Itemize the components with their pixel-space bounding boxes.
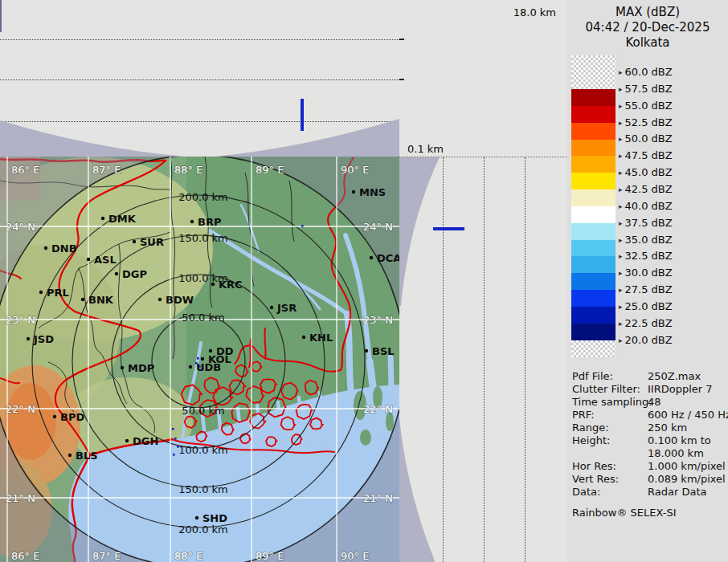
legend-panel: MAX (dBZ) 04:42 / 20-Dec-2025 Kolkata ▸6… (567, 0, 728, 562)
metadata-row: PRF:600 Hz / 450 Hz (572, 409, 726, 422)
radar-map[interactable]: 86° E86° E87° E87° E88° E88° E89° E89° E… (0, 157, 399, 562)
scan-metadata: Pdf File:250Z.maxClutter Filter:IIRDoppl… (572, 370, 726, 519)
svg-text:22° N: 22° N (363, 403, 393, 415)
svg-text:BLS: BLS (76, 450, 98, 462)
metadata-label: PRF: (572, 409, 648, 422)
svg-text:BDW: BDW (166, 294, 194, 306)
legend-tick-label: ▸60.0 dBZ (619, 66, 673, 79)
metadata-value: Radar Data (648, 486, 726, 499)
radar-app-window: 18.0 km 0.1 km (0, 0, 728, 562)
svg-text:ASL: ASL (94, 254, 117, 266)
svg-text:86° E: 86° E (11, 164, 39, 176)
svg-text:DMK: DMK (108, 213, 137, 225)
svg-text:JSD: JSD (33, 333, 54, 345)
metadata-row: Clutter Filter:IIRDoppler 7 (572, 383, 726, 396)
metadata-value: 0.089 km/pixel (648, 473, 726, 486)
metadata-value: 250Z.max (648, 370, 726, 383)
legend-tick-label: ▸52.5 dBZ (619, 116, 673, 129)
coverage-limit-arcs (399, 157, 567, 562)
svg-text:24° N: 24° N (6, 221, 35, 233)
svg-text:88° E: 88° E (174, 550, 202, 562)
svg-text:100.0 km: 100.0 km (178, 444, 228, 456)
height-axis-max-label: 18.0 km (513, 6, 556, 18)
software-brand: Rainbow® SELEX-SI (572, 507, 726, 519)
coverage-limit-arcs (0, 0, 399, 157)
svg-text:JSR: JSR (276, 302, 297, 314)
echo-column-mark (301, 99, 304, 131)
product-name: MAX (dBZ) (567, 5, 728, 20)
legend-band (571, 340, 616, 357)
svg-text:86° E: 86° E (11, 550, 39, 562)
legend-tick-label: ▸20.0 dBZ (619, 334, 673, 347)
edge-echo-trace (0, 0, 2, 32)
height-axis-min-label: 0.1 km (407, 143, 444, 155)
legend-tick-label: ▸42.5 dBZ (619, 183, 673, 196)
legend-band (571, 55, 616, 89)
svg-text:200.0 km: 200.0 km (178, 191, 228, 203)
top-cross-section-panel (0, 0, 399, 157)
svg-text:150.0 km: 150.0 km (178, 483, 228, 495)
axis-tick (399, 79, 404, 80)
svg-text:KHL: KHL (309, 332, 333, 344)
metadata-value: 1.000 km/pixel (648, 460, 726, 473)
svg-text:MDP: MDP (128, 362, 154, 374)
legend-band (571, 173, 616, 189)
metadata-label: Clutter Filter: (572, 383, 648, 396)
svg-text:KRC: KRC (219, 279, 243, 291)
svg-text:90° E: 90° E (341, 550, 369, 562)
legend-band (571, 106, 616, 123)
metadata-value: 48 (648, 396, 726, 409)
svg-text:22° N: 22° N (6, 403, 35, 415)
svg-text:23° N: 23° N (6, 314, 35, 326)
svg-text:BRP: BRP (198, 216, 221, 228)
metadata-row: Hor Res:1.000 km/pixel (572, 460, 726, 473)
legend-band (571, 290, 616, 307)
legend-tick-label: ▸25.0 dBZ (619, 300, 673, 313)
legend-tick-labels: ▸60.0 dBZ▸57.5 dBZ▸55.0 dBZ▸52.5 dBZ▸50.… (619, 55, 723, 360)
map-canvas: 86° E86° E87° E87° E88° E88° E89° E89° E… (0, 157, 399, 562)
legend-tick-label: ▸47.5 dBZ (619, 149, 673, 162)
svg-text:23° N: 23° N (363, 314, 393, 326)
metadata-label: Range: (572, 422, 648, 434)
metadata-label: Time sampling: (572, 396, 648, 409)
svg-text:200.0 km: 200.0 km (178, 523, 228, 536)
height-axis-corner: 18.0 km 0.1 km (399, 0, 567, 157)
svg-text:90° E: 90° E (341, 164, 369, 176)
metadata-label: Data: (572, 486, 648, 499)
metadata-row: Time sampling:48 (572, 396, 726, 409)
legend-tick-label: ▸27.5 dBZ (619, 283, 673, 296)
svg-text:24° N: 24° N (363, 221, 393, 233)
legend-tick-label: ▸40.0 dBZ (619, 200, 673, 213)
legend-band (571, 324, 616, 340)
svg-text:DGH: DGH (133, 435, 158, 447)
svg-text:BPD: BPD (60, 411, 84, 423)
legend-tick-label: ▸55.0 dBZ (619, 100, 673, 112)
legend-band (571, 256, 616, 273)
legend-band (571, 189, 616, 206)
svg-text:MNS: MNS (359, 186, 386, 198)
svg-text:DNB: DNB (51, 242, 77, 255)
svg-text:21° N: 21° N (6, 492, 35, 504)
svg-text:87° E: 87° E (92, 164, 121, 176)
metadata-row: Pdf File:250Z.max (572, 370, 726, 383)
legend-band (571, 140, 616, 157)
legend-band (571, 240, 616, 257)
metadata-label: Vert Res: (572, 473, 648, 486)
legend-band (571, 156, 616, 173)
legend-band (571, 273, 616, 290)
echo-row-mark (433, 227, 464, 230)
svg-text:89° E: 89° E (256, 164, 284, 176)
metadata-row: Range:250 km (572, 422, 726, 434)
legend-band (571, 123, 616, 140)
svg-text:BNK: BNK (88, 294, 114, 306)
legend-tick-label: ▸30.0 dBZ (619, 267, 673, 279)
metadata-row: Vert Res:0.089 km/pixel (572, 473, 726, 486)
metadata-label: Height: (572, 434, 648, 460)
legend-tick-label: ▸57.5 dBZ (619, 83, 673, 96)
legend-tick-label: ▸50.0 dBZ (619, 132, 673, 145)
svg-text:89° E: 89° E (256, 550, 284, 562)
right-cross-section-panel (399, 157, 567, 562)
legend-band (571, 89, 616, 106)
svg-text:150.0 km: 150.0 km (178, 232, 228, 244)
svg-text:50.0 km: 50.0 km (182, 405, 224, 417)
